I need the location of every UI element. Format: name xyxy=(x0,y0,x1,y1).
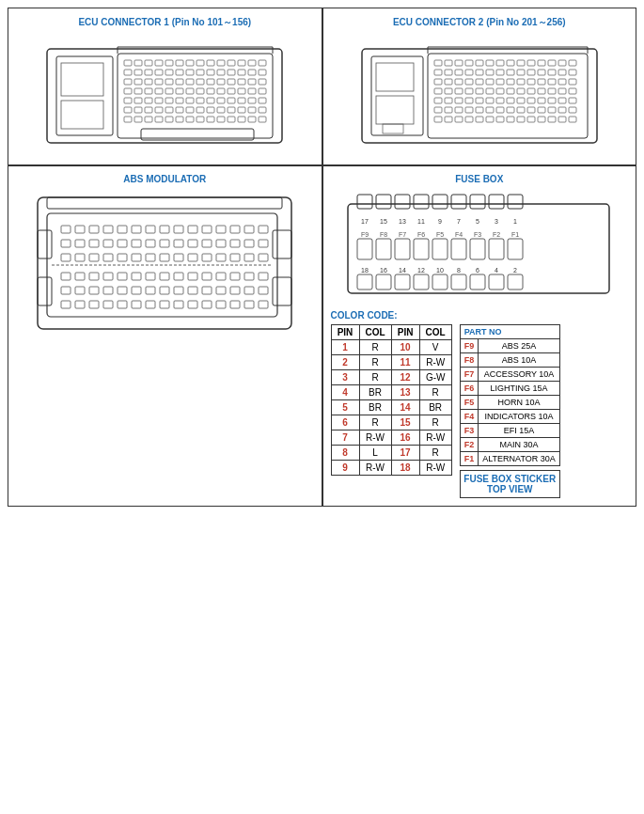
fusebox-panel: FUSE BOX 17 15 xyxy=(322,165,637,507)
svg-rect-285 xyxy=(202,287,212,294)
svg-rect-18 xyxy=(134,70,142,75)
svg-rect-151 xyxy=(455,88,463,94)
svg-rect-265 xyxy=(132,273,141,280)
svg-rect-336 xyxy=(395,239,410,259)
svg-rect-287 xyxy=(230,287,240,294)
svg-rect-300 xyxy=(202,301,212,308)
svg-rect-168 xyxy=(486,98,494,103)
svg-rect-85 xyxy=(248,107,256,113)
svg-rect-276 xyxy=(75,287,85,294)
col-header-pin1: PIN xyxy=(331,325,359,340)
svg-rect-148 xyxy=(569,79,576,85)
svg-rect-114 xyxy=(507,60,514,66)
svg-rect-184 xyxy=(507,107,514,113)
svg-rect-167 xyxy=(476,98,483,103)
svg-rect-139 xyxy=(476,79,483,85)
svg-rect-298 xyxy=(174,301,183,308)
svg-rect-17 xyxy=(124,70,132,75)
svg-rect-213 xyxy=(273,230,291,258)
part-desc: MAIN 30A xyxy=(479,438,560,452)
svg-rect-159 xyxy=(538,88,545,94)
col-val-1: L xyxy=(359,446,391,461)
svg-text:10: 10 xyxy=(436,267,444,274)
svg-rect-288 xyxy=(244,287,254,294)
svg-rect-79 xyxy=(186,107,194,113)
svg-rect-107 xyxy=(434,60,442,66)
svg-text:F5: F5 xyxy=(436,231,444,238)
part-id: F1 xyxy=(460,452,479,466)
svg-rect-46 xyxy=(134,88,142,94)
svg-text:F6: F6 xyxy=(417,231,425,238)
svg-rect-28 xyxy=(238,70,245,75)
svg-rect-275 xyxy=(61,287,71,294)
svg-rect-241 xyxy=(216,240,226,247)
pin-num-1: 1 xyxy=(331,340,359,355)
svg-rect-115 xyxy=(517,60,525,66)
svg-rect-246 xyxy=(75,254,85,261)
svg-rect-313 xyxy=(470,195,485,209)
svg-rect-112 xyxy=(486,60,494,66)
part-id: F3 xyxy=(460,424,479,438)
svg-rect-63 xyxy=(165,98,173,103)
col-header-col1: COL xyxy=(359,325,391,340)
svg-rect-176 xyxy=(569,98,576,103)
list-item: F7 ACCESSORY 10A xyxy=(460,368,559,382)
svg-rect-310 xyxy=(414,195,429,209)
svg-rect-216 xyxy=(75,226,85,233)
svg-rect-264 xyxy=(118,273,127,280)
svg-rect-162 xyxy=(569,88,576,94)
svg-rect-99 xyxy=(248,117,256,122)
col-val-1: R xyxy=(359,415,391,430)
svg-rect-29 xyxy=(248,70,256,75)
svg-rect-41 xyxy=(228,79,235,85)
svg-rect-187 xyxy=(538,107,545,113)
table-row: 5 BR 14 BR xyxy=(331,400,451,415)
col-val-2: R xyxy=(419,415,451,430)
svg-rect-186 xyxy=(527,107,535,113)
svg-rect-64 xyxy=(176,98,183,103)
svg-rect-260 xyxy=(61,273,71,280)
svg-rect-90 xyxy=(155,117,163,122)
svg-text:F4: F4 xyxy=(455,231,463,238)
part-desc: ABS 10A xyxy=(479,353,560,368)
svg-rect-301 xyxy=(216,301,226,308)
svg-text:8: 8 xyxy=(457,267,461,274)
table-row: 3 R 12 G-W xyxy=(331,370,451,385)
list-item: F1 ALTERNATOR 30A xyxy=(460,452,559,466)
svg-rect-193 xyxy=(455,117,463,122)
svg-rect-160 xyxy=(548,88,556,94)
svg-rect-165 xyxy=(455,98,463,103)
svg-rect-280 xyxy=(132,287,141,294)
svg-rect-135 xyxy=(434,79,442,85)
svg-text:11: 11 xyxy=(417,218,425,225)
svg-rect-194 xyxy=(465,117,473,122)
svg-rect-199 xyxy=(517,117,525,122)
pin-num-2: 13 xyxy=(391,385,419,400)
svg-rect-222 xyxy=(160,226,169,233)
svg-rect-179 xyxy=(455,107,463,113)
svg-text:F3: F3 xyxy=(474,231,481,238)
svg-rect-174 xyxy=(548,98,556,103)
svg-text:14: 14 xyxy=(399,267,406,274)
svg-rect-120 xyxy=(569,60,576,66)
col-header-col2: COL xyxy=(419,325,451,340)
svg-rect-357 xyxy=(451,274,466,290)
svg-rect-49 xyxy=(165,88,173,94)
col-val-1: R-W xyxy=(359,461,391,476)
svg-text:17: 17 xyxy=(361,218,369,225)
svg-rect-59 xyxy=(124,98,132,103)
list-item: F2 MAIN 30A xyxy=(460,438,559,452)
svg-rect-266 xyxy=(146,273,155,280)
svg-rect-52 xyxy=(196,88,204,94)
svg-rect-229 xyxy=(259,226,268,233)
svg-rect-38 xyxy=(196,79,204,85)
svg-rect-175 xyxy=(558,98,566,103)
svg-rect-140 xyxy=(486,79,494,85)
part-desc: HORN 10A xyxy=(479,396,560,410)
ecu1-diagram xyxy=(16,35,314,157)
svg-text:1: 1 xyxy=(513,218,517,225)
svg-rect-21 xyxy=(165,70,173,75)
svg-rect-101 xyxy=(61,63,103,96)
part-id: F6 xyxy=(460,382,479,396)
svg-rect-37 xyxy=(186,79,194,85)
